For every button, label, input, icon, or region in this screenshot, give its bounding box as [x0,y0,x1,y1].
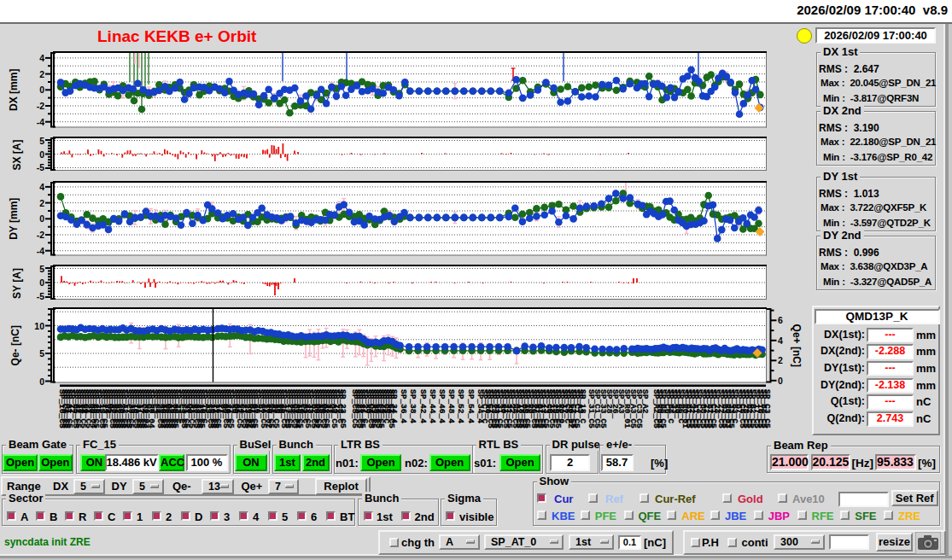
svg-text:0: 0 [778,376,783,386]
svg-text:10: 10 [34,321,44,331]
svg-text:-2: -2 [37,101,44,111]
svg-text:-2: -2 [37,230,44,240]
svg-text:DY [mm]: DY [mm] [8,198,20,240]
svg-text:4: 4 [39,182,44,192]
svg-text:-4: -4 [37,246,44,256]
svg-text:SP_C3_C5: SP_C3_C5 [762,389,772,429]
svg-text:SP_48_4: SP_48_4 [447,389,456,423]
svg-text:SP_52_4: SP_52_4 [456,389,465,423]
svg-text:SY [A]: SY [A] [11,268,23,299]
svg-text:-4: -4 [37,117,44,127]
svg-text:0: 0 [39,277,44,288]
svg-text:5: 5 [39,348,44,359]
svg-text:0: 0 [39,85,44,95]
svg-text:SP_54_4: SP_54_4 [466,389,476,423]
svg-text:6: 6 [778,315,783,325]
svg-text:SP_A2_: SP_A2_ [640,389,650,419]
svg-text:DX [mm]: DX [mm] [8,69,20,111]
svg-text:SP_46_4: SP_46_4 [437,389,447,423]
svg-text:Qe- [nC]: Qe- [nC] [9,325,21,365]
svg-text:SP_36_4: SP_36_4 [399,389,408,423]
svg-text:-5: -5 [37,162,44,172]
svg-text:Qe+ [nC]: Qe+ [nC] [791,324,803,367]
svg-text:SP_44_4: SP_44_4 [428,389,437,423]
svg-text:4: 4 [39,53,44,63]
svg-text:SP_23_C5: SP_23_C5 [338,389,348,429]
svg-text:0: 0 [39,149,44,160]
svg-text:SP_38_4: SP_38_4 [408,389,418,423]
svg-text:5: 5 [39,264,44,274]
svg-text:2: 2 [39,198,44,208]
svg-text:2: 2 [778,355,783,365]
svg-text:5: 5 [39,136,44,146]
svg-text:4: 4 [778,335,783,346]
svg-text:SP_18_C: SP_18_C [578,389,587,423]
svg-text:-5: -5 [37,291,44,301]
svg-text:2: 2 [39,69,44,79]
svg-text:SP_42_4: SP_42_4 [418,389,428,423]
svg-text:0: 0 [39,213,44,224]
svg-text:0: 0 [39,376,44,387]
svg-text:SP_34_4: SP_34_4 [389,389,399,423]
svg-text:SX [A]: SX [A] [11,139,23,170]
